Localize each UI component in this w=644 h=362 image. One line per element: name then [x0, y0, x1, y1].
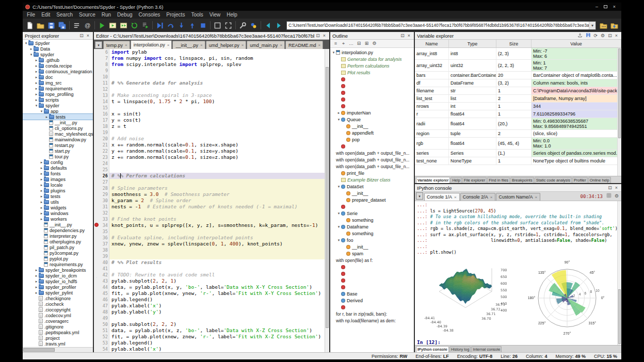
- expand-arrow-icon[interactable]: ▸: [29, 47, 34, 51]
- variable-row[interactable]: test_noneNoneType1NoneType object of bui…: [415, 157, 621, 165]
- project-item[interactable]: ▸defaults: [23, 165, 93, 171]
- variable-row[interactable]: filenamestr1C:\ProgramData\Anaconda3\lib…: [415, 87, 621, 95]
- project-item[interactable]: ▾spyder: [23, 103, 93, 108]
- undock-icon[interactable]: ⊡: [78, 32, 85, 39]
- code-line[interactable]: 23z += random.normal(scale=0.1, size=z.s…: [94, 154, 329, 160]
- code-line[interactable]: 30k_param = 2 # Spline order: [94, 198, 329, 204]
- line-number-gutter[interactable]: 20: [94, 136, 109, 142]
- expand-arrow-icon[interactable]: ▸: [34, 279, 39, 284]
- expand-arrow-icon[interactable]: ▸: [34, 81, 39, 85]
- project-item[interactable]: ▸locale: [23, 182, 93, 188]
- browse-working-directory-button[interactable]: [598, 20, 609, 31]
- go-to-parent-button[interactable]: [609, 20, 620, 31]
- pane-tab-file-explorer[interactable]: File explorer: [462, 177, 487, 183]
- project-item[interactable]: ▸config: [23, 159, 93, 165]
- code-line[interactable]: 22y += random.normal(scale=0.1, size=y.s…: [94, 148, 329, 154]
- line-number-gutter[interactable]: 43: [94, 278, 109, 284]
- project-item[interactable]: ▾app: [23, 108, 93, 114]
- line-number-gutter[interactable]: 14: [94, 98, 109, 105]
- run-selection-button[interactable]: [140, 20, 151, 31]
- stop-debug-button[interactable]: [198, 20, 208, 31]
- line-number-gutter[interactable]: 34: [94, 222, 109, 228]
- menu-file[interactable]: File: [24, 12, 38, 18]
- outline-item[interactable]: ▾foo: [330, 237, 414, 243]
- code-line[interactable]: 40# %% Plot results: [94, 259, 329, 266]
- code-line[interactable]: 45fit, = pylab.plot(xnew, ynew, 'r-', la…: [94, 290, 329, 297]
- code-line[interactable]: 14t = linspace(0, 1.75 * 2 * pi, 100): [94, 98, 329, 105]
- combobox-dropdown-arrow-icon[interactable]: ▾: [589, 22, 595, 29]
- outline-item[interactable]: [330, 103, 414, 109]
- column-header-value[interactable]: Value: [532, 40, 621, 47]
- outline-item[interactable]: ▾Serie: [330, 210, 414, 217]
- code-line[interactable]: 13# Make ascending spiral in 3-space: [94, 92, 329, 98]
- import-data-icon[interactable]: [576, 32, 584, 39]
- variable-row[interactable]: dfDataFrame(3, 2)Column names: bools, in…: [415, 79, 621, 87]
- code-line[interactable]: 16x = sin(t): [94, 111, 329, 117]
- line-number-gutter[interactable]: 7: [94, 55, 109, 61]
- code-line[interactable]: 24: [94, 160, 329, 167]
- project-item[interactable]: ▸requirements: [23, 86, 93, 91]
- project-item[interactable]: ▸fonts: [23, 171, 93, 176]
- project-item[interactable]: restart.py: [23, 142, 93, 148]
- expand-arrow-icon[interactable]: ▸: [39, 194, 44, 199]
- outline-item[interactable]: [330, 270, 414, 277]
- collapse-arrow-icon[interactable]: ▾: [336, 118, 341, 122]
- file-list-icon[interactable]: ≡: [332, 40, 340, 47]
- project-item[interactable]: ▸plugins: [23, 188, 93, 193]
- expand-arrow-icon[interactable]: ▸: [34, 98, 39, 102]
- code-line[interactable]: 34knot_points, u = splprep([x, y, z], s=…: [94, 222, 329, 228]
- line-number-gutter[interactable]: 52: [94, 334, 109, 340]
- line-number-gutter[interactable]: 12: [94, 86, 109, 92]
- expand-arrow-icon[interactable]: ▸: [34, 87, 39, 91]
- code-line[interactable]: 53pylab.legend(): [94, 340, 329, 346]
- project-item[interactable]: ▸windows: [23, 210, 93, 216]
- outline-item[interactable]: prepare_dataset: [330, 196, 414, 203]
- expand-arrow-icon[interactable]: ▸: [44, 115, 49, 119]
- outline-item[interactable]: [330, 277, 414, 284]
- navigate-forward-button[interactable]: [273, 20, 284, 31]
- code-editor[interactable]: 6import pylab7from numpy import cos, lin…: [94, 49, 329, 352]
- project-item[interactable]: cli_options.py: [23, 125, 93, 131]
- line-number-gutter[interactable]: 45: [94, 290, 109, 297]
- code-line[interactable]: 12: [94, 86, 329, 92]
- line-number-gutter[interactable]: 23: [94, 154, 109, 160]
- expand-arrow-icon[interactable]: ▸: [39, 211, 44, 216]
- expand-all-icon[interactable]: ⊞: [363, 40, 371, 47]
- save-data-icon[interactable]: [584, 32, 592, 39]
- project-item[interactable]: ▸workers: [23, 216, 93, 222]
- code-line[interactable]: 44data, = pylab.plot(x, y, 'bo-', label=…: [94, 284, 329, 290]
- fullscreen-button[interactable]: [223, 20, 234, 31]
- project-item[interactable]: ▸images: [23, 176, 93, 182]
- outline-item[interactable]: ▾Queue: [330, 116, 414, 123]
- collapse-arrow-icon[interactable]: ▾: [336, 185, 341, 189]
- debug-file-button[interactable]: [154, 20, 165, 31]
- editor-tab-umd_main.py[interactable]: umd_main.py×: [247, 41, 285, 49]
- scrollbar-thumb[interactable]: [326, 67, 329, 328]
- code-line[interactable]: 26# %% Perform calculations: [94, 173, 329, 179]
- code-line[interactable]: 25: [94, 167, 329, 173]
- tab-close-icon[interactable]: ×: [124, 43, 128, 47]
- outline-item[interactable]: __init__: [330, 190, 414, 196]
- code-line[interactable]: 43pylab.subplot(2, 2, 1): [94, 278, 329, 284]
- project-item[interactable]: ▸img_src: [23, 80, 93, 86]
- line-number-gutter[interactable]: 13: [94, 92, 109, 98]
- outline-item[interactable]: with np.load(filename) as dem:: [330, 317, 414, 324]
- line-number-gutter[interactable]: 25: [94, 167, 109, 173]
- collapse-arrow-icon[interactable]: ▾: [39, 109, 44, 113]
- go-to-cursor-icon[interactable]: ⌖: [340, 40, 347, 47]
- outline-item[interactable]: with open(file) as f:: [330, 257, 414, 264]
- project-item[interactable]: __init__.py: [23, 222, 93, 227]
- line-number-gutter[interactable]: 15: [94, 105, 109, 111]
- expand-arrow-icon[interactable]: ▸: [34, 291, 39, 295]
- column-header-size[interactable]: Size: [496, 40, 532, 47]
- editor-tab-interpolation.py[interactable]: interpolation.py×: [131, 40, 172, 49]
- file-switcher-button[interactable]: [71, 20, 82, 31]
- project-item[interactable]: ▸tests: [23, 193, 93, 199]
- project-item[interactable]: .checkignore: [23, 295, 93, 301]
- pane-tab-breakpoints[interactable]: Breakpoints: [510, 177, 534, 183]
- code-line[interactable]: 35: [94, 228, 329, 235]
- expand-arrow-icon[interactable]: ▸: [34, 268, 39, 272]
- line-number-gutter[interactable]: 46: [94, 297, 109, 303]
- outline-item[interactable]: Generate data for analysis: [330, 56, 414, 62]
- outline-item[interactable]: Plot results: [330, 69, 414, 76]
